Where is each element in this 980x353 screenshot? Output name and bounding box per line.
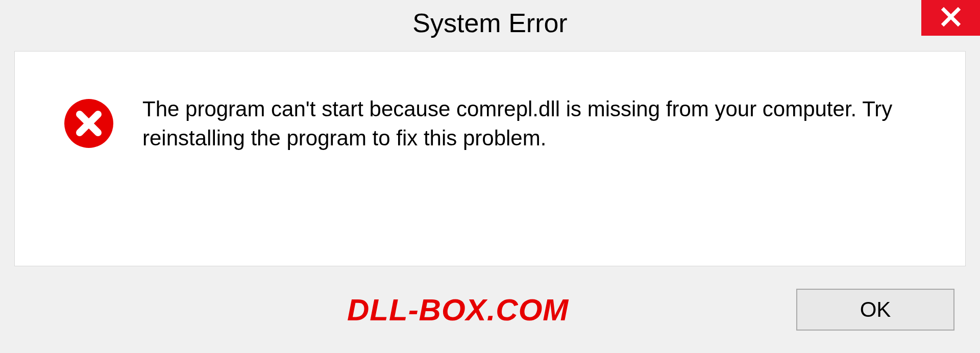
error-message: The program can't start because comrepl.… [142, 95, 935, 153]
close-button[interactable] [921, 0, 980, 36]
title-bar: System Error [0, 0, 980, 48]
dialog-footer: DLL-BOX.COM OK [0, 266, 980, 353]
ok-button[interactable]: OK [796, 289, 954, 331]
error-icon [63, 98, 114, 149]
dialog-title: System Error [412, 8, 567, 38]
error-dialog: System Error The program can't start bec… [0, 0, 980, 353]
watermark-text: DLL-BOX.COM [347, 292, 569, 327]
close-icon [940, 6, 962, 30]
content-area: The program can't start because comrepl.… [14, 51, 966, 266]
